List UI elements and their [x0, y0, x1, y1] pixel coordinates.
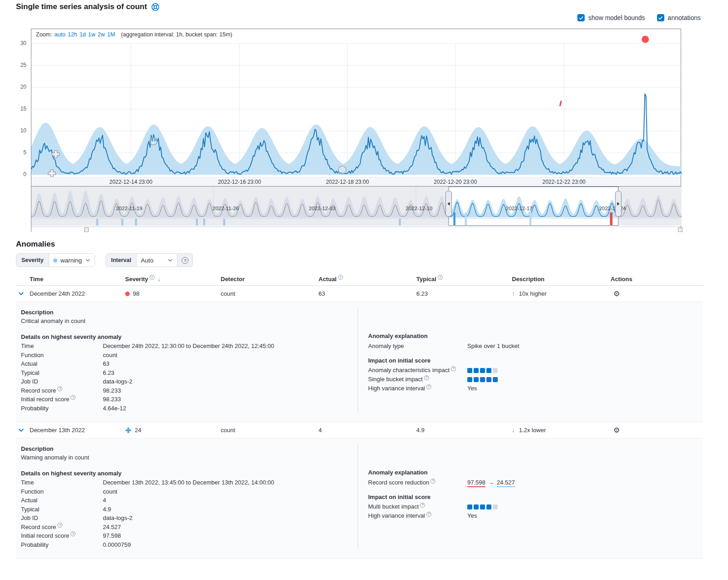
anomaly-severity: 98 — [125, 290, 221, 297]
track-handle-left[interactable] — [84, 227, 89, 232]
description-heading: Description — [21, 308, 358, 317]
anomaly-row-dec-13[interactable]: December 13th 2022 24 count 4 4.9 ↓ 1.2x… — [16, 422, 703, 439]
annotation-mark[interactable] — [399, 219, 401, 226]
col-time[interactable]: Time — [30, 276, 125, 282]
show-model-bounds-checkbox[interactable]: show model bounds — [577, 14, 645, 21]
help-icon: ? — [150, 275, 155, 280]
anomaly-circle-marker[interactable] — [339, 166, 346, 174]
annotation-mark[interactable] — [610, 212, 613, 226]
annotation-mark[interactable] — [223, 219, 226, 226]
anomaly-explanation: Anomaly explanation Anomaly typeSpike ov… — [358, 308, 703, 413]
annotation-mark[interactable] — [135, 219, 137, 226]
impact-heading: Impact on initial score — [368, 356, 703, 365]
anomaly-typical: 4.9 — [416, 427, 512, 434]
track-handle-right[interactable] — [678, 227, 682, 232]
single-metric-viewer-page: { "icons": { "help_q": "?", "gear": "⚙",… — [0, 0, 728, 580]
context-chart[interactable]: 2022-11-192022-11-262022-12-032022-12-10… — [31, 187, 682, 227]
checkbox-checked-icon[interactable] — [577, 14, 585, 21]
interval-help-button[interactable]: ? — [177, 254, 192, 267]
severity-select[interactable]: warning — [49, 254, 95, 267]
anomaly-detector: count — [221, 290, 318, 297]
anomaly-time: December 13th 2022 — [30, 427, 125, 434]
annotation-mark[interactable] — [454, 212, 456, 226]
sort-desc-icon[interactable]: ↓ — [158, 276, 161, 282]
record-score-reduction: 97.598→24.527 — [467, 478, 703, 487]
zoom-12h-link[interactable]: 12h — [68, 31, 77, 38]
row-actions-gear-icon[interactable]: ⚙ — [613, 290, 620, 298]
impact-bars — [467, 366, 703, 375]
anomaly-severity: 24 — [125, 427, 221, 434]
col-typical[interactable]: Typical? — [416, 276, 512, 282]
col-actions: Actions — [605, 276, 703, 282]
description-heading: Description — [21, 445, 358, 453]
annotations-checkbox[interactable]: annotations — [657, 14, 701, 21]
aggregation-info: (aggregation interval: 1h, bucket span: … — [121, 31, 233, 38]
multibucket-plus-icon — [125, 427, 131, 434]
life-ring-icon[interactable] — [151, 3, 160, 11]
y-tick-5: 5 — [13, 149, 26, 156]
interval-filter-label: Interval — [106, 254, 136, 267]
checkbox-checked-icon[interactable] — [657, 14, 664, 21]
help-icon: ? — [420, 503, 425, 508]
zoom-2w-link[interactable]: 2w — [98, 31, 105, 38]
anomalies-table: Time Severity ? ↓ Detector Actual? Typic… — [16, 273, 703, 559]
severity-filter: Severity warning — [16, 253, 95, 267]
col-severity[interactable]: Severity ? ↓ — [125, 276, 221, 282]
warning-severity-dot — [53, 258, 57, 262]
help-icon: ? — [57, 386, 62, 391]
help-icon: ? — [426, 384, 431, 389]
anomaly-row-dec-24[interactable]: December 24th 2022 98 count 63 6.23 ↑ 10… — [16, 286, 703, 302]
y-tick-15: 15 — [13, 106, 26, 112]
anomaly-detector: count — [221, 427, 318, 434]
annotation-mark[interactable] — [203, 219, 206, 226]
severity-select-value: warning — [61, 257, 82, 264]
focus-chart-x-axis: 2022-12-14 23:002022-12-16 23:002022-12-… — [31, 177, 681, 187]
x-tick: 2022-12-16 23:00 — [218, 179, 261, 185]
anomaly-actual: 4 — [318, 427, 416, 434]
help-icon: ? — [438, 275, 443, 280]
x-tick: 2022-12-22 23:00 — [542, 179, 586, 185]
row-actions-gear-icon[interactable]: ⚙ — [613, 426, 620, 434]
details-heading: Details on highest severity anomaly — [21, 333, 358, 342]
severity-filter-label: Severity — [16, 254, 49, 267]
zoom-1w-link[interactable]: 1w — [88, 31, 96, 38]
anomaly-circle-marker[interactable] — [150, 137, 157, 145]
col-detector[interactable]: Detector — [221, 276, 318, 282]
help-icon: ? — [182, 257, 188, 264]
collapse-row-button[interactable] — [16, 289, 26, 299]
anomaly-actual: 63 — [318, 290, 416, 297]
annotation-timeline-track[interactable] — [31, 227, 681, 232]
anomaly-description: ↑ 10x higher — [512, 290, 605, 297]
annotation-mark[interactable] — [530, 212, 532, 226]
x-tick: 2022-12-20 23:00 — [434, 179, 477, 185]
help-icon: ? — [424, 375, 429, 380]
zoom-1d-link[interactable]: 1d — [80, 31, 86, 38]
help-icon: ? — [426, 512, 431, 517]
col-actual[interactable]: Actual? — [318, 276, 416, 282]
anomaly-explanation: Anomaly explanation Record score reducti… — [358, 445, 703, 549]
annotation-mark[interactable] — [465, 212, 467, 226]
anomalies-heading: Anomalies — [16, 240, 55, 249]
y-tick-20: 20 — [13, 84, 26, 90]
annotation-mark[interactable] — [121, 219, 124, 226]
svg-text:2022-12-17: 2022-12-17 — [506, 206, 533, 211]
zoom-auto-link[interactable]: auto — [54, 31, 65, 38]
chevron-down-icon — [85, 257, 91, 263]
interval-select[interactable]: Auto — [136, 254, 177, 267]
zoom-1M-link[interactable]: 1M — [107, 31, 115, 38]
x-tick: 2022-12-14 23:00 — [109, 179, 152, 185]
annotation-mark[interactable] — [196, 219, 198, 226]
annotation-flag[interactable] — [559, 101, 562, 106]
arrow-down-icon: ↓ — [512, 427, 515, 434]
anomaly-details-dec-24: Description Critical anomaly in count De… — [16, 302, 703, 422]
help-icon: ? — [71, 531, 76, 536]
collapse-row-button[interactable] — [16, 425, 26, 435]
svg-text:2022-12-10: 2022-12-10 — [406, 206, 433, 211]
critical-anomaly-marker[interactable] — [642, 35, 649, 43]
interval-select-value: Auto — [141, 257, 153, 264]
annotations-label: annotations — [668, 14, 701, 21]
focus-chart[interactable] — [31, 40, 682, 177]
annotation-mark[interactable] — [96, 219, 99, 226]
critical-severity-dot — [125, 292, 130, 296]
page-title: Single time series analysis of count — [16, 2, 160, 11]
